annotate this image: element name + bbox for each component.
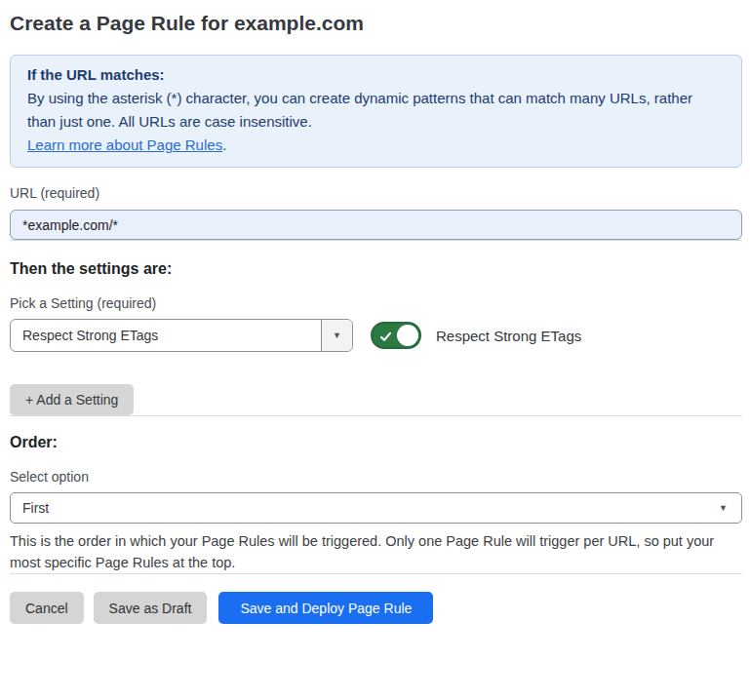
page-title: Create a Page Rule for example.com — [10, 10, 742, 36]
setting-toggle-label: Respect Strong ETags — [436, 328, 581, 344]
url-input[interactable] — [10, 210, 742, 240]
info-box-body: By using the asterisk (*) character, you… — [27, 87, 725, 134]
setting-dropdown[interactable]: Respect Strong ETags ▼ — [10, 319, 353, 352]
save-draft-button[interactable]: Save as Draft — [94, 592, 208, 624]
url-label: URL (required) — [10, 185, 742, 201]
divider — [10, 573, 742, 574]
cancel-button[interactable]: Cancel — [10, 592, 84, 624]
order-select[interactable]: First ▼ — [10, 492, 742, 524]
save-deploy-button[interactable]: Save and Deploy Page Rule — [218, 592, 433, 624]
check-icon — [379, 330, 392, 347]
setting-dropdown-value: Respect Strong ETags — [11, 320, 321, 351]
setting-row: Respect Strong ETags ▼ Respect Strong ET… — [10, 319, 742, 352]
setting-picker-label: Pick a Setting (required) — [10, 295, 742, 311]
url-match-info-box: If the URL matches: By using the asteris… — [10, 55, 742, 168]
page-rule-form: Create a Page Rule for example.com If th… — [0, 0, 750, 624]
settings-heading: Then the settings are: — [10, 260, 742, 278]
toggle-knob — [397, 325, 418, 346]
learn-more-link[interactable]: Learn more about Page Rules — [27, 136, 222, 153]
chevron-down-icon: ▼ — [719, 504, 728, 513]
setting-toggle[interactable] — [371, 322, 421, 349]
info-box-heading: If the URL matches: — [27, 63, 725, 87]
divider — [10, 240, 742, 241]
chevron-down-icon: ▼ — [333, 331, 341, 340]
divider — [10, 415, 742, 416]
order-select-label: Select option — [10, 469, 742, 485]
order-help-text: This is the order in which your Page Rul… — [10, 530, 739, 573]
setting-dropdown-caret-button[interactable]: ▼ — [321, 320, 352, 351]
order-select-value: First — [22, 500, 49, 516]
add-setting-button[interactable]: + Add a Setting — [10, 384, 134, 415]
link-suffix: . — [222, 136, 226, 153]
footer-actions: Cancel Save as Draft Save and Deploy Pag… — [10, 592, 742, 624]
order-heading: Order: — [10, 434, 742, 451]
info-box-link-line: Learn more about Page Rules. — [27, 134, 725, 157]
